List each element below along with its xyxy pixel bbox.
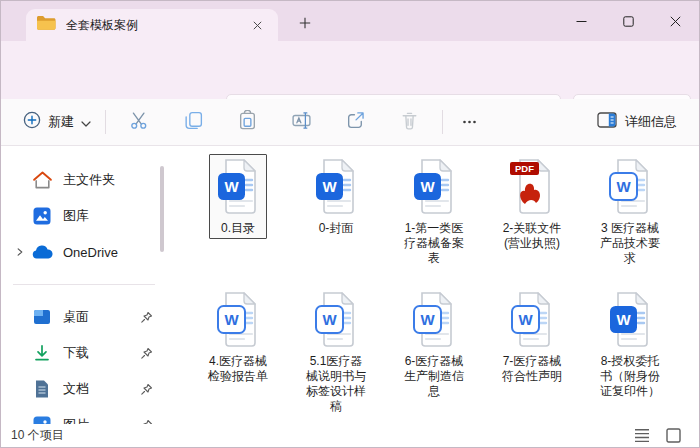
word-outline-file-icon: W: [215, 290, 261, 352]
navigation-sidebar: 主文件夹图库OneDrive桌面下载文档图片: [1, 146, 167, 426]
file-inner: W6-医疗器械生产制造信息: [396, 287, 472, 402]
svg-text:W: W: [518, 311, 533, 328]
maximize-button[interactable]: [605, 1, 652, 41]
file-grid: W0.目录W0-封面W1-第一类医疗器械备案表PDF2-关联文件(营业执照)W3…: [189, 154, 699, 417]
sidebar-item-onedrive[interactable]: OneDrive: [1, 234, 167, 270]
file-inner: PDF2-关联文件(营业执照): [494, 154, 570, 254]
sidebar-item-documents[interactable]: 文档: [1, 371, 167, 407]
sidebar-item-label: 桌面: [63, 308, 139, 326]
file-name: 8-授权委托书（附身份证复印件）: [598, 354, 662, 399]
copy-icon: [183, 110, 204, 135]
share-button[interactable]: [328, 104, 382, 140]
file-name: 4.医疗器械检验报告单: [206, 354, 270, 384]
cut-icon: [129, 110, 150, 135]
file-item[interactable]: W5.1医疗器械说明书与标签设计样稿: [287, 287, 385, 417]
svg-text:W: W: [616, 178, 631, 195]
svg-text:W: W: [322, 311, 337, 328]
sidebar-scrollbar[interactable]: [160, 166, 164, 252]
chevron-right-icon[interactable]: [11, 247, 27, 257]
new-tab-button[interactable]: [293, 11, 317, 35]
rename-icon: [291, 110, 312, 135]
file-name: 5.1医疗器械说明书与标签设计样稿: [304, 354, 368, 414]
view-buttons: [634, 428, 681, 443]
file-item[interactable]: W4.医疗器械检验报告单: [189, 287, 287, 417]
pin-icon: [139, 383, 153, 396]
details-pane-label: 详细信息: [625, 113, 677, 131]
file-inner: W8-授权委托书（附身份证复印件）: [592, 287, 668, 402]
file-name: 0-封面: [319, 221, 354, 236]
minimize-button[interactable]: [558, 1, 605, 41]
command-toolbar: 新建 详细信息: [1, 99, 699, 146]
file-item[interactable]: W8-授权委托书（附身份证复印件）: [581, 287, 679, 417]
pdf-file-icon: PDF: [509, 157, 555, 219]
file-item[interactable]: W3 医疗器械产品技术要求: [581, 154, 679, 269]
file-inner: W7-医疗器械符合性声明: [494, 287, 570, 387]
sidebar-item-home[interactable]: 主文件夹: [1, 162, 167, 198]
file-inner: W1-第一类医疗器械备案表: [396, 154, 472, 269]
file-name: 3 医疗器械产品技术要求: [598, 221, 662, 266]
sidebar-item-label: 图库: [63, 207, 157, 225]
navigation-bar: 全套模板案例 在 全套: [1, 41, 699, 99]
word-outline-file-icon: W: [509, 290, 555, 352]
svg-text:PDF: PDF: [515, 163, 534, 174]
sidebar-item-desktop[interactable]: 桌面: [1, 299, 167, 335]
svg-text:W: W: [224, 178, 239, 195]
list-view-button[interactable]: [634, 428, 650, 443]
word-solid-file-icon: W: [411, 157, 457, 219]
svg-text:W: W: [420, 178, 435, 195]
more-options-button[interactable]: [449, 104, 489, 140]
file-inner: W5.1医疗器械说明书与标签设计样稿: [298, 287, 374, 417]
folder-icon: [36, 15, 56, 35]
sidebar-item-label: OneDrive: [63, 245, 157, 260]
details-pane-icon: [597, 112, 617, 132]
delete-button[interactable]: [382, 104, 436, 140]
word-outline-file-icon: W: [607, 157, 653, 219]
file-item[interactable]: W1-第一类医疗器械备案表: [385, 154, 483, 269]
word-solid-file-icon: W: [607, 290, 653, 352]
file-name: 6-医疗器械生产制造信息: [402, 354, 466, 399]
status-bar: 10 个项目: [1, 424, 699, 447]
chevron-down-icon: [81, 113, 91, 131]
new-button[interactable]: 新建: [15, 105, 99, 139]
svg-text:W: W: [224, 311, 239, 328]
tab-title: 全套模板案例: [66, 17, 246, 34]
file-name: 0.目录: [221, 221, 255, 236]
word-solid-file-icon: W: [215, 157, 261, 219]
toolbar-actions: [112, 104, 436, 140]
title-bar: 全套模板案例: [1, 1, 699, 41]
sidebar-item-label: 文档: [63, 380, 139, 398]
toolbar-divider: [105, 110, 106, 134]
share-icon: [345, 110, 366, 135]
svg-text:W: W: [420, 311, 435, 328]
paste-button[interactable]: [220, 104, 274, 140]
file-item[interactable]: W0.目录: [189, 154, 287, 269]
file-item[interactable]: W6-医疗器械生产制造信息: [385, 287, 483, 417]
sidebar-item-label: 主文件夹: [63, 171, 157, 189]
pin-icon: [139, 311, 153, 324]
new-button-label: 新建: [48, 113, 74, 131]
file-name: 7-医疗器械符合性声明: [500, 354, 564, 384]
file-explorer-window: 全套模板案例 全套模板案例 在 全套 新建: [0, 0, 700, 448]
grid-view-button[interactable]: [666, 428, 681, 443]
word-solid-file-icon: W: [313, 157, 359, 219]
pin-icon: [139, 347, 153, 360]
rename-button[interactable]: [274, 104, 328, 140]
sidebar-item-downloads[interactable]: 下载: [1, 335, 167, 371]
documents-icon: [31, 379, 53, 399]
file-item[interactable]: W7-医疗器械符合性声明: [483, 287, 581, 417]
file-name: 2-关联文件(营业执照): [500, 221, 564, 251]
tab-close-button[interactable]: [246, 14, 268, 36]
file-item[interactable]: PDF2-关联文件(营业执照): [483, 154, 581, 269]
file-inner: W0-封面: [307, 154, 365, 239]
content-area: 主文件夹图库OneDrive桌面下载文档图片 W0.目录W0-封面W1-第一类医…: [1, 146, 699, 426]
toolbar-divider: [442, 110, 443, 134]
details-pane-button[interactable]: 详细信息: [589, 106, 685, 138]
circle-plus-icon: [23, 111, 41, 133]
file-item[interactable]: W0-封面: [287, 154, 385, 269]
explorer-tab[interactable]: 全套模板案例: [26, 9, 278, 41]
copy-button[interactable]: [166, 104, 220, 140]
cut-button[interactable]: [112, 104, 166, 140]
sidebar-item-gallery[interactable]: 图库: [1, 198, 167, 234]
close-button[interactable]: [652, 1, 699, 41]
item-count: 10 个项目: [11, 427, 64, 444]
